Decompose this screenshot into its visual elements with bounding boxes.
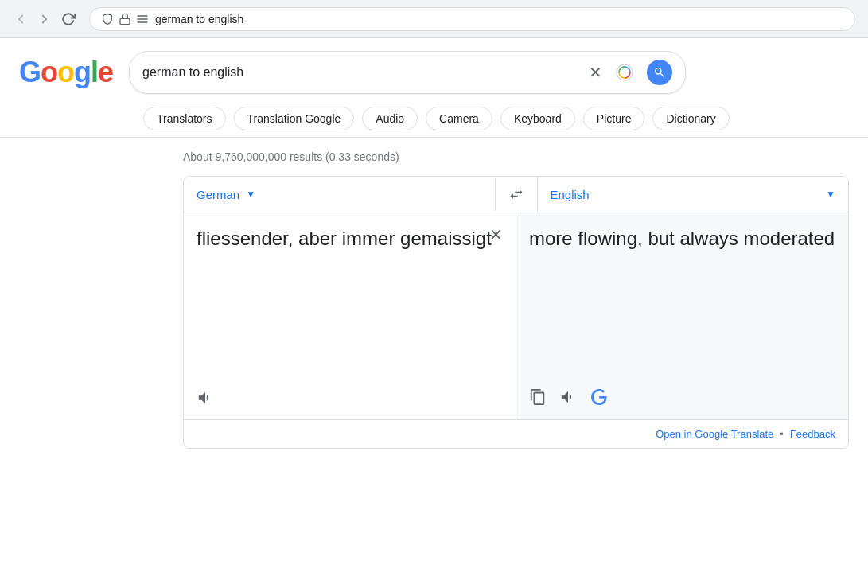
feedback-link[interactable]: Feedback bbox=[790, 428, 835, 440]
results-info: About 9,760,000,000 results (0.33 second… bbox=[0, 138, 868, 169]
chip-dictionary[interactable]: Dictionary bbox=[652, 107, 729, 130]
chip-audio[interactable]: Audio bbox=[362, 107, 418, 130]
source-text[interactable]: fliessender, aber immer gemaissigt bbox=[197, 225, 503, 383]
svg-rect-0 bbox=[120, 18, 130, 24]
clear-search-button[interactable]: ✕ bbox=[589, 63, 602, 82]
translate-header: German ▼ English ▼ bbox=[184, 177, 848, 212]
target-text: more flowing, but always moderated bbox=[529, 225, 835, 381]
source-audio-button[interactable] bbox=[197, 389, 214, 407]
target-footer bbox=[529, 381, 835, 407]
chip-translation-google[interactable]: Translation Google bbox=[234, 107, 355, 130]
target-panel: more flowing, but always moderated bbox=[516, 212, 848, 419]
chip-keyboard[interactable]: Keyboard bbox=[500, 107, 575, 130]
source-panel: fliessender, aber immer gemaissigt ✕ bbox=[184, 212, 516, 419]
reload-button[interactable] bbox=[60, 11, 76, 27]
search-query: german to english bbox=[142, 65, 581, 80]
chip-translators[interactable]: Translators bbox=[143, 107, 226, 130]
copy-translation-button[interactable] bbox=[529, 388, 547, 406]
address-text: german to english bbox=[155, 13, 843, 25]
forward-button[interactable] bbox=[37, 11, 53, 27]
chip-camera[interactable]: Camera bbox=[426, 107, 492, 130]
source-language-label: German bbox=[197, 188, 239, 201]
target-lang-chevron-icon: ▼ bbox=[826, 189, 835, 200]
translate-footer: Open in Google Translate • Feedback bbox=[184, 419, 848, 448]
source-footer bbox=[197, 383, 503, 407]
clear-source-button[interactable]: ✕ bbox=[489, 225, 503, 244]
browser-bar: german to english bbox=[0, 0, 868, 38]
target-audio-button[interactable] bbox=[559, 388, 577, 406]
target-language-selector[interactable]: English ▼ bbox=[538, 178, 849, 211]
open-in-google-translate-link[interactable]: Open in Google Translate bbox=[656, 428, 773, 440]
search-bar[interactable]: german to english ✕ bbox=[129, 51, 686, 94]
filter-chips-row: Translators Translation Google Audio Cam… bbox=[0, 100, 868, 138]
target-language-label: English bbox=[551, 188, 590, 201]
address-bar[interactable]: german to english bbox=[89, 7, 855, 31]
options-icon bbox=[136, 13, 149, 25]
search-submit-button[interactable] bbox=[647, 60, 672, 85]
google-header: Google german to english ✕ bbox=[0, 38, 868, 100]
swap-languages-button[interactable] bbox=[496, 177, 538, 212]
search-actions: ✕ bbox=[589, 60, 672, 85]
source-lang-chevron-icon: ▼ bbox=[246, 189, 255, 200]
chip-picture[interactable]: Picture bbox=[583, 107, 645, 130]
source-language-selector[interactable]: German ▼ bbox=[184, 178, 496, 211]
google-translate-icon-button[interactable] bbox=[590, 387, 609, 407]
back-button[interactable] bbox=[13, 11, 29, 27]
google-logo[interactable]: Google bbox=[19, 56, 113, 89]
translate-body: fliessender, aber immer gemaissigt ✕ mor… bbox=[184, 212, 848, 419]
google-lens-button[interactable] bbox=[612, 60, 637, 85]
translate-widget: German ▼ English ▼ fliessender, aber imm… bbox=[183, 176, 849, 449]
lock-icon bbox=[119, 13, 131, 25]
shield-icon bbox=[101, 13, 114, 25]
